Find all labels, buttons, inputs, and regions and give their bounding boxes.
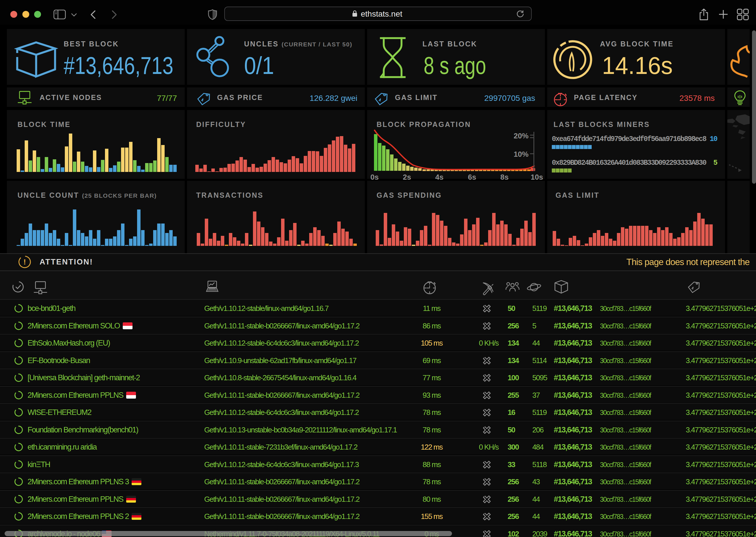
svg-text:!: ! <box>23 258 26 266</box>
